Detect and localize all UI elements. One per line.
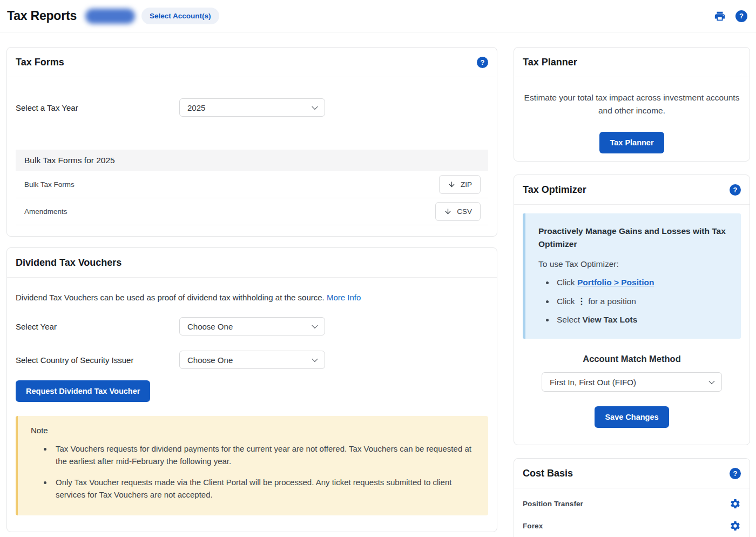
forex-label: Forex [523, 522, 543, 530]
main-content: Tax Forms ? Select a Tax Year 2025 Bulk … [0, 32, 756, 537]
bulk-row-label: Bulk Tax Forms [24, 180, 75, 189]
right-column: Tax Planner Estimate your total tax impa… [514, 47, 750, 537]
tax-forms-title: Tax Forms [16, 57, 64, 68]
chevron-down-icon [312, 323, 318, 328]
optimizer-steps-list: Click Portfolio > Position Click ⋮ for a… [538, 278, 730, 325]
more-info-link[interactable]: More Info [327, 293, 361, 302]
tax-forms-help-icon[interactable]: ? [477, 57, 488, 68]
note-box: Note Tax Vouchers requests for dividend … [16, 416, 488, 515]
step-text: Click [557, 278, 577, 287]
chevron-down-icon [312, 356, 318, 362]
dividend-vouchers-card-header: Dividend Tax Vouchers [7, 248, 497, 278]
tax-optimizer-card-header: Tax Optimizer ? [514, 175, 750, 205]
voucher-country-select[interactable]: Choose One [179, 351, 325, 369]
tax-optimizer-title: Tax Optimizer [523, 184, 586, 196]
page-help-icon[interactable]: ? [735, 10, 747, 22]
download-zip-button[interactable]: ZIP [439, 175, 481, 194]
dividend-description: Dividend Tax Vouchers can be used as pro… [16, 293, 488, 302]
note-bullet-list: Tax Vouchers requests for dividend payme… [31, 443, 475, 501]
tax-forms-card-header: Tax Forms ? [7, 48, 497, 77]
step-text: Select [557, 315, 582, 324]
position-transfer-gear-icon[interactable] [730, 498, 741, 509]
tax-year-select-value: 2025 [187, 103, 205, 112]
tax-planner-description: Estimate your total tax impact across in… [523, 91, 741, 117]
chevron-down-icon [708, 378, 714, 384]
note-bullet: Only Tax Voucher requests made via the C… [52, 476, 475, 501]
portfolio-position-link[interactable]: Portfolio > Position [577, 278, 654, 287]
account-match-method-label: Account Match Method [523, 354, 741, 364]
bulk-section-title: Bulk Tax Forms for 2025 [16, 150, 488, 171]
bulk-tax-forms-section: Bulk Tax Forms for 2025 Bulk Tax Forms Z… [16, 150, 488, 225]
kebab-menu-icon: ⋮ [577, 297, 586, 306]
optimizer-info-box: Proactively Manage Gains and Losses with… [523, 213, 741, 339]
tax-optimizer-help-icon[interactable]: ? [730, 184, 741, 196]
table-row: Amendments CSV [16, 198, 488, 225]
account-match-method-value: First In, First Out (FIFO) [550, 378, 636, 387]
voucher-year-row: Select Year Choose One [16, 317, 488, 335]
chevron-down-icon [312, 104, 318, 110]
voucher-country-label: Select Country of Security Issuer [16, 355, 179, 365]
note-title: Note [31, 426, 475, 435]
list-item: Position Transfer [514, 493, 750, 515]
tax-planner-body: Estimate your total tax impact across in… [514, 77, 750, 161]
voucher-year-select[interactable]: Choose One [179, 317, 325, 335]
account-match-method-select[interactable]: First In, First Out (FIFO) [542, 372, 722, 392]
print-icon[interactable] [714, 10, 726, 22]
dividend-vouchers-card: Dividend Tax Vouchers Dividend Tax Vouch… [6, 247, 497, 532]
optimizer-step: Click ⋮ for a position [555, 296, 730, 306]
tax-planner-card: Tax Planner Estimate your total tax impa… [514, 47, 750, 162]
tax-planner-button[interactable]: Tax Planner [599, 132, 664, 153]
save-changes-button[interactable]: Save Changes [595, 406, 669, 428]
account-pill[interactable] [85, 9, 135, 24]
step-text: for a position [586, 297, 636, 306]
cost-basis-body: Position Transfer Forex [514, 488, 750, 537]
download-icon [448, 180, 456, 189]
list-item: Forex [514, 515, 750, 537]
tax-forms-card: Tax Forms ? Select a Tax Year 2025 Bulk … [6, 47, 497, 237]
tax-year-row: Select a Tax Year 2025 [16, 98, 488, 117]
position-transfer-label: Position Transfer [523, 500, 583, 508]
step-text: Click [557, 297, 577, 306]
view-tax-lots-label: View Tax Lots [582, 315, 637, 324]
optimizer-info-title: Proactively Manage Gains and Losses with… [538, 225, 730, 251]
voucher-country-select-value: Choose One [187, 355, 233, 365]
bulk-row-label: Amendments [24, 207, 68, 216]
voucher-year-select-value: Choose One [187, 322, 233, 331]
page-title: Tax Reports [7, 9, 77, 23]
note-bullet: Tax Vouchers requests for dividend payme… [52, 443, 475, 467]
dividend-vouchers-body: Dividend Tax Vouchers can be used as pro… [7, 293, 497, 532]
request-voucher-button[interactable]: Request Dividend Tax Voucher [16, 380, 150, 402]
tax-year-select[interactable]: 2025 [179, 98, 325, 117]
voucher-country-row: Select Country of Security Issuer Choose… [16, 351, 488, 369]
left-column: Tax Forms ? Select a Tax Year 2025 Bulk … [6, 47, 497, 532]
dividend-vouchers-title: Dividend Tax Vouchers [16, 257, 122, 268]
cost-basis-title: Cost Basis [523, 468, 573, 479]
tax-planner-title: Tax Planner [523, 57, 577, 68]
table-row: Bulk Tax Forms ZIP [16, 171, 488, 198]
download-csv-button[interactable]: CSV [435, 202, 481, 221]
tax-planner-card-header: Tax Planner [514, 48, 750, 77]
optimizer-step: Click Portfolio > Position [555, 278, 730, 287]
page-header: Tax Reports Select Account(s) ? [0, 0, 756, 32]
select-accounts-button[interactable]: Select Account(s) [141, 8, 219, 24]
optimizer-info-intro: To use Tax Optimizer: [538, 259, 730, 269]
tax-year-label: Select a Tax Year [16, 103, 179, 112]
download-csv-label: CSV [457, 207, 472, 216]
tax-forms-body: Select a Tax Year 2025 Bulk Tax Forms fo… [7, 98, 497, 236]
tax-optimizer-card: Tax Optimizer ? Proactively Manage Gains… [514, 174, 750, 445]
voucher-year-label: Select Year [16, 322, 179, 331]
download-zip-label: ZIP [461, 180, 472, 189]
tax-optimizer-body: Proactively Manage Gains and Losses with… [514, 205, 750, 445]
cost-basis-help-icon[interactable]: ? [730, 468, 741, 479]
optimizer-step: Select View Tax Lots [555, 315, 730, 325]
forex-gear-icon[interactable] [730, 520, 741, 532]
dividend-description-text: Dividend Tax Vouchers can be used as pro… [16, 293, 325, 302]
cost-basis-card: Cost Basis ? Position Transfer Forex [514, 458, 750, 537]
cost-basis-card-header: Cost Basis ? [514, 459, 750, 488]
download-icon [444, 207, 452, 216]
